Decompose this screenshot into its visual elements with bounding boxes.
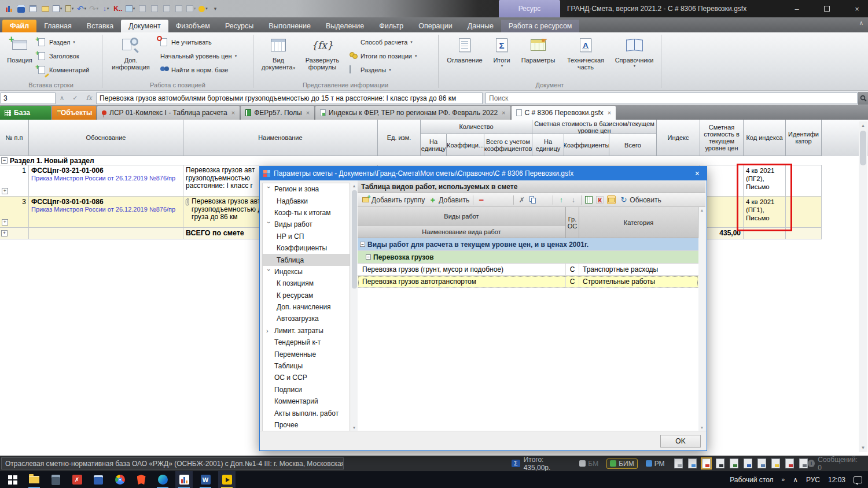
redo-icon[interactable]: ↷▾ [89,3,99,14]
folder-view-icon[interactable] [607,195,616,204]
scroll-up-icon[interactable]: ▲ [698,207,705,214]
col-index-code[interactable]: Код индекса [744,120,786,156]
tab-objects[interactable]: Объекты [52,106,96,120]
col-name[interactable]: Наименование [183,120,378,156]
collapse-group-icon[interactable]: − [366,254,371,260]
col-qty-coeff[interactable]: Коэффици... [447,134,484,156]
scroll-up-icon[interactable]: ▲ [351,183,358,190]
col-works-subheader[interactable]: Наименование вида работ [358,225,566,238]
bm-toggle[interactable]: БМ [579,460,598,468]
brave-icon[interactable] [133,471,150,488]
tree-item-tablicy[interactable]: Таблицы [263,360,350,372]
tab-resource-work[interactable]: Работа с ресурсом [501,20,580,32]
doc-copy2-icon[interactable] [174,3,184,14]
calc-method-button[interactable]: Способ расчета▾ [350,36,413,49]
expand-formulas-button[interactable]: {fx} Развернуть формулы [300,35,345,79]
confirm-icon[interactable]: ✓ [72,94,78,102]
position-totals-button[interactable]: Итоги по позиции▾ [350,50,417,62]
grand-smeta-icon[interactable] [175,471,193,488]
works-row[interactable]: Перевозка грузов (грунт, мусор и подобно… [358,264,698,276]
col-cost-total[interactable]: Всего [609,134,657,156]
language-indicator[interactable]: РУС [806,476,820,484]
works-scrollbar[interactable]: ▲ ▼ [698,207,705,431]
col-cost-coeff[interactable]: Коэффициенты [564,134,609,156]
book-icon[interactable]: ▾ [186,3,196,14]
fx-icon[interactable]: fx [86,94,92,102]
works-row-selected[interactable]: Перевозка грузов автотранспортом С Строи… [358,276,698,288]
close-tab-icon[interactable]: × [306,109,310,116]
clock[interactable]: 12:03 [828,476,845,484]
tab-selection[interactable]: Выделение [318,20,372,32]
tree-scrollbar[interactable]: ▲ ▼ [351,183,358,431]
col-current-cost[interactable]: Сметная стоимость в текущем уровне цен [700,120,744,156]
collapse-formula-icon[interactable]: ∧ [60,94,64,102]
undo-icon[interactable]: ↶▾ [76,3,87,14]
notification-icon[interactable] [854,476,862,483]
sheet-icon[interactable] [149,3,160,14]
chrome-icon[interactable] [111,471,128,488]
tab-perevozki[interactable]: С # 8306 Перевозки.gsfx× [512,106,616,120]
expand-row-icon[interactable]: + [2,188,8,194]
chevron-down-icon[interactable]: › [266,221,273,227]
print-preview-icon[interactable] [28,3,38,14]
tree-item-koef-itogam[interactable]: Коэф-ты к итогам [263,207,350,219]
close-tab-icon[interactable]: × [231,109,235,116]
doc-form-icon[interactable] [716,459,724,468]
tree-item-tablica[interactable]: Таблица [263,254,350,265]
calculator-icon[interactable] [47,471,64,488]
database-info[interactable]: Отраслевая сметно-нормативная база ОАО «… [1,457,344,469]
parameters-button[interactable]: ☛ Параметры [516,35,560,79]
base-price-level-button[interactable]: Начальный уровень цен▾ [160,50,237,62]
find-in-base-button[interactable]: Найти в норм. базе [160,64,228,76]
toc-button[interactable]: Оглавление [442,35,487,79]
file-explorer-icon[interactable] [25,471,43,488]
chevron-down-icon[interactable]: › [266,269,273,275]
paste-icon[interactable]: ▾ [64,3,75,14]
collapse-section-icon[interactable]: − [1,157,8,164]
refresh-button[interactable]: ↻ Обновить [619,195,661,204]
copy-icon[interactable] [529,196,537,204]
tree-item-indeksy[interactable]: ›Индексы [263,266,350,278]
remove-icon[interactable]: − [477,195,486,204]
col-unit[interactable]: Ед. изм. [378,120,421,156]
tab-document[interactable]: Документ [121,20,168,32]
tree-item-nadbavki[interactable]: Надбавки [263,195,350,206]
col-index[interactable]: Индекс [657,120,700,156]
tab-home[interactable]: Главная [36,20,79,32]
restore-button[interactable] [819,5,834,13]
add-group-button[interactable]: + Добавить группу [361,195,425,204]
col-identifier[interactable]: Идентификатор [786,120,822,156]
search-button[interactable] [858,92,868,105]
red-app-icon[interactable]: ✗ [68,471,86,488]
col-works[interactable]: Виды работ [358,207,566,225]
tab-ferr57[interactable]: ФЕРр57. Полы× [241,106,314,120]
tree-item-podpisi[interactable]: Подписи [263,384,350,395]
doc-form-icon[interactable] [771,459,780,468]
exclude-button[interactable]: Не учитывать [160,36,212,49]
extra-info-button[interactable]: Доп. информация [108,35,153,79]
reference-books-button[interactable]: Справочники▾ [611,35,657,79]
comment-button[interactable]: + Комментарий [38,64,89,76]
col-cost-per-unit[interactable]: На единицу [532,134,564,156]
tree-item-prochee[interactable]: Прочее [263,419,350,431]
technical-part-button[interactable]: A Техническая часть [561,35,610,79]
doc-form-icon-active[interactable] [702,459,711,468]
tree-item-kommentariy[interactable]: Комментарий [263,395,350,407]
tab-physvolume[interactable]: Физобъем [168,20,218,32]
close-tab-icon[interactable]: × [608,109,611,116]
highlight-color-icon[interactable]: ▾ [198,3,208,14]
edge-icon[interactable] [154,471,171,488]
qat-customize-icon[interactable]: ▾ [210,3,220,14]
main-scrollbar[interactable]: ▲ ▼ [859,121,867,452]
col-justification[interactable]: Обоснование [29,120,183,156]
close-button[interactable]: × [849,5,865,13]
eraser-icon[interactable] [489,195,498,204]
tree-item-nr-sp[interactable]: НР и СП [263,231,350,242]
minimize-button[interactable]: – [789,5,804,13]
chevron-right-icon[interactable]: › [266,327,272,334]
col-base-cost-group[interactable]: Сметная стоимость в базисном/текущем уро… [532,120,657,134]
tab-execution[interactable]: Выполнение [261,20,318,32]
totals-button[interactable]: Σ Итоги▾ [488,35,515,79]
messages-indicator[interactable]: i Сообщений: 0 [808,456,862,472]
col-qty-per-unit[interactable]: На единицу [421,134,447,156]
